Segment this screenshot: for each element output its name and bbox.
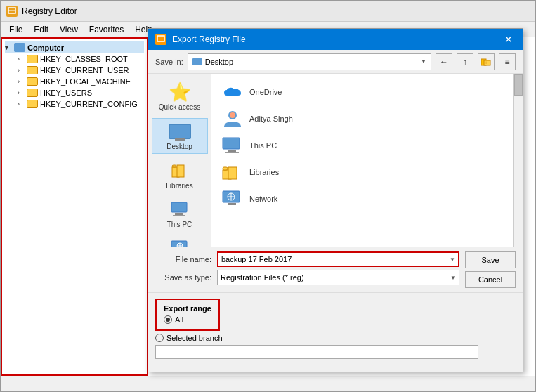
export-range-box: Export range All [155,299,220,331]
desktop-sidebar-icon [169,122,191,141]
dialog-title: Export Registry File [172,34,246,44]
radio-selected-branch[interactable]: Selected branch [155,334,516,342]
folder-icon [27,77,38,86]
thispc-sidebar-icon [169,200,191,219]
svg-rect-24 [223,167,228,170]
scrollbar-thumb[interactable] [514,74,523,96]
quick-access-label: Quick access [159,103,200,111]
filename-label: File name: [155,255,211,263]
saveas-row: Save as type: Registration Files (*.reg)… [155,270,459,285]
content-grid: OneDrive Aditya Singh [217,79,517,211]
cancel-button-label: Cancel [478,275,502,284]
tree-label: HKEY_CURRENT_USER [40,66,129,74]
tree-label: HKEY_USERS [40,89,92,97]
tree-children: › HKEY_CLASSES_ROOT › HKEY_CURRENT_USER … [5,53,144,110]
filename-dropdown-arrow[interactable]: ▼ [450,256,455,263]
network-content-icon [221,189,244,209]
folder-icon [27,89,38,97]
registry-titlebar: Registry Editor [1,1,535,22]
save-in-value: Desktop [205,58,233,66]
export-range-section: Export range All Selected branch [148,292,523,365]
svg-rect-20 [228,150,236,152]
sidebar-item-desktop[interactable]: Desktop [152,118,208,154]
libraries-content-icon [221,162,244,182]
menu-view[interactable]: View [54,23,84,36]
export-range-title: Export range [164,304,211,313]
registry-icon [6,6,18,17]
dialog-bottom-fields: File name: backup 17 Feb 2017 ▼ Save as … [148,247,523,292]
sidebar-item-thispc[interactable]: This PC [152,197,208,231]
dialog-main-area: ⭐ Quick access Desktop [148,74,523,247]
svg-rect-8 [172,165,176,167]
tree-arrow: › [18,67,25,74]
tree-arrow: ▾ [5,44,12,51]
desktop-combo-icon [192,58,202,65]
radio-branch-label: Selected branch [166,334,223,342]
dialog-buttons: Save Cancel [465,251,516,288]
dialog-title-left: Export Registry File [155,34,246,45]
close-button[interactable]: ✕ [502,32,516,46]
radio-all-indicator [164,315,172,324]
filename-section: File name: backup 17 Feb 2017 ▼ Save as … [155,251,516,288]
selected-branch-input[interactable] [155,345,478,359]
saveas-combo[interactable]: Registration Files (*.reg) ▼ [217,270,459,285]
desktop-label: Desktop [166,143,192,150]
save-in-combo[interactable]: Desktop ▼ [188,53,431,70]
svg-rect-29 [228,203,236,205]
menu-edit[interactable]: Edit [28,23,54,36]
sidebar-item-quick-access[interactable]: ⭐ Quick access [152,79,208,114]
registry-tree[interactable]: ▾ Computer › HKEY_CLASSES_ROOT › HKEY_CU… [1,37,148,376]
registry-title: Registry Editor [22,6,77,16]
menu-favorites[interactable]: Favorites [84,23,129,36]
folder-icon [27,100,38,108]
tree-arrow: › [18,100,25,107]
combo-dropdown-arrow: ▼ [421,58,426,65]
content-item-thispc[interactable]: This PC [217,133,506,158]
view-button[interactable]: ≡ [499,53,516,70]
filename-row: File name: backup 17 Feb 2017 ▼ [155,251,459,267]
back-button[interactable]: ← [436,53,452,70]
tree-item[interactable]: › HKEY_LOCAL_MACHINE [18,76,144,87]
menu-file[interactable]: File [4,23,28,36]
filename-fields: File name: backup 17 Feb 2017 ▼ Save as … [155,251,459,288]
filename-value: backup 17 Feb 2017 [221,255,292,263]
dialog-toolbar: Save in: Desktop ▼ ← ↑ + ≡ [148,50,523,74]
tree-arrow: › [18,55,25,63]
svg-rect-11 [173,215,185,216]
user-label: Aditya Singh [249,115,293,123]
content-item-user[interactable]: Aditya Singh [217,106,506,131]
content-item-libraries[interactable]: Libraries [217,159,506,185]
thispc-content-icon [221,136,244,155]
tree-item[interactable]: › HKEY_CURRENT_CONFIG [18,98,144,110]
tree-item[interactable]: › HKEY_USERS [18,87,144,98]
forward-button[interactable]: ↑ [457,53,473,70]
svg-text:+: + [485,60,488,65]
tree-root-computer[interactable]: ▾ Computer [5,41,144,53]
tree-arrow: › [18,89,25,96]
tree-label: HKEY_CURRENT_CONFIG [40,100,138,108]
svg-rect-2 [157,36,164,41]
save-button[interactable]: Save [465,251,516,268]
content-item-network[interactable]: Network [217,186,506,211]
libraries-content-label: Libraries [249,168,279,176]
dialog-content[interactable]: OneDrive Aditya Singh [211,74,523,247]
cancel-button[interactable]: Cancel [465,271,516,288]
content-item-onedrive[interactable]: OneDrive [217,79,506,105]
thispc-label: This PC [167,221,192,228]
new-folder-button[interactable]: + [478,53,495,70]
radio-all[interactable]: All [164,315,211,324]
onedrive-label: OneDrive [249,88,282,96]
computer-icon [14,43,25,52]
filename-input[interactable]: backup 17 Feb 2017 ▼ [217,251,459,267]
tree-item[interactable]: › HKEY_CLASSES_ROOT [18,53,144,65]
tree-item[interactable]: › HKEY_CURRENT_USER [18,65,144,76]
save-button-label: Save [481,256,499,264]
sidebar-item-network[interactable]: Network [152,235,208,247]
svg-rect-7 [177,165,184,177]
export-dialog: Export Registry File ✕ Save in: Desktop … [148,28,523,372]
dialog-icon [155,34,166,45]
folder-icon [27,55,38,63]
sidebar-item-libraries[interactable]: Libraries [152,158,208,192]
network-content-label: Network [249,195,277,203]
dialog-scrollbar[interactable] [513,74,523,247]
